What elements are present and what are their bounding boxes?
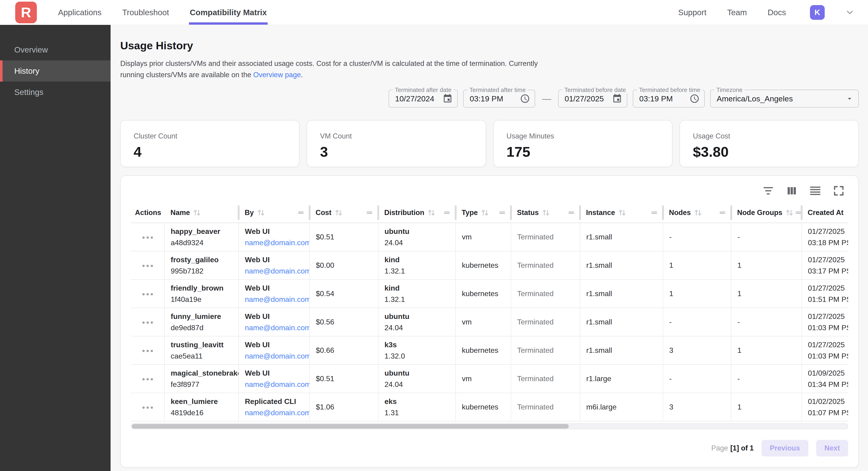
column-header-name[interactable]: Name bbox=[164, 203, 239, 223]
nav-item-compatibility-matrix[interactable]: Compatibility Matrix bbox=[189, 0, 268, 25]
app-logo[interactable]: R bbox=[15, 2, 37, 23]
calendar-icon[interactable] bbox=[442, 93, 453, 104]
columns-icon[interactable] bbox=[785, 184, 798, 197]
filter-icon[interactable] bbox=[762, 184, 774, 197]
column-drag-handle-icon[interactable] bbox=[498, 209, 506, 217]
column-drag-handle-icon[interactable] bbox=[297, 209, 305, 217]
user-email-link[interactable]: name@domain.com bbox=[245, 324, 310, 332]
distribution-line-1: eks bbox=[384, 397, 453, 406]
clock-icon[interactable] bbox=[520, 93, 530, 104]
cell-by: Web UIname@domain.com bbox=[239, 308, 310, 336]
density-icon[interactable] bbox=[809, 184, 822, 197]
calendar-icon[interactable] bbox=[612, 93, 622, 104]
stat-label: Usage Minutes bbox=[506, 132, 659, 140]
created-by-source: Replicated CLI bbox=[245, 397, 307, 406]
scrollbar-thumb[interactable] bbox=[132, 424, 569, 429]
nav-item-troubleshoot[interactable]: Troubleshoot bbox=[121, 0, 170, 25]
created_at-line-1: 01/27/2025 bbox=[808, 227, 848, 236]
cell-nodes: 3 bbox=[663, 393, 731, 421]
column-header-nodes[interactable]: Nodes bbox=[663, 203, 731, 223]
column-drag-handle-icon[interactable] bbox=[365, 209, 374, 217]
column-header-by[interactable]: By bbox=[239, 203, 310, 223]
cell-distribution: kind1.32.1 bbox=[378, 251, 456, 279]
dropdown-arrow-icon[interactable] bbox=[845, 94, 854, 103]
row-actions-button[interactable] bbox=[139, 233, 156, 242]
sidebar-item-history[interactable]: History bbox=[0, 60, 111, 82]
cell-node_groups: 1 bbox=[731, 336, 802, 364]
row-actions-button[interactable] bbox=[139, 347, 156, 355]
sidebar-item-settings[interactable]: Settings bbox=[0, 82, 111, 103]
column-header-node_groups[interactable]: Node Groups bbox=[731, 203, 802, 223]
column-resize-handle[interactable] bbox=[579, 205, 581, 220]
terminated-after-date-input[interactable]: Terminated after date 10/27/2024 bbox=[389, 90, 458, 108]
column-drag-handle-icon[interactable] bbox=[718, 209, 726, 217]
column-resize-handle[interactable] bbox=[377, 205, 379, 220]
cell-nodes: - bbox=[663, 223, 731, 251]
column-resize-handle[interactable] bbox=[238, 205, 240, 220]
column-label: Created At bbox=[808, 209, 844, 217]
nav-item-applications[interactable]: Applications bbox=[57, 0, 102, 25]
terminated-before-time-input[interactable]: Terminated before time 03:19 PM bbox=[633, 90, 705, 108]
cell-cost: $0.56 bbox=[310, 308, 378, 336]
column-header-type[interactable]: Type bbox=[456, 203, 511, 223]
cell-distribution: kind1.32.1 bbox=[378, 279, 456, 308]
row-actions-button[interactable] bbox=[139, 403, 156, 412]
row-actions-button[interactable] bbox=[139, 318, 156, 327]
clock-icon[interactable] bbox=[689, 93, 700, 104]
column-header-cost[interactable]: Cost bbox=[310, 203, 378, 223]
column-resize-handle[interactable] bbox=[662, 205, 664, 220]
column-label: Actions bbox=[135, 209, 161, 217]
chevron-down-icon[interactable] bbox=[845, 8, 855, 17]
cell-created_at: 01/02/202501:07 PM PST bbox=[802, 393, 848, 421]
stat-card-usage-cost: Usage Cost $3.80 bbox=[680, 120, 859, 167]
cell-actions bbox=[131, 364, 164, 393]
terminated-after-time-input[interactable]: Terminated after time 03:19 PM bbox=[463, 90, 535, 108]
column-header-instance[interactable]: Instance bbox=[580, 203, 663, 223]
column-header-distribution[interactable]: Distribution bbox=[378, 203, 456, 223]
column-resize-handle[interactable] bbox=[309, 205, 311, 220]
cell-by: Web UIname@domain.com bbox=[239, 251, 310, 279]
row-actions-button[interactable] bbox=[139, 375, 156, 384]
previous-page-button[interactable]: Previous bbox=[762, 440, 808, 457]
column-drag-handle-icon[interactable] bbox=[650, 209, 658, 217]
column-resize-handle[interactable] bbox=[801, 205, 803, 220]
cell-name: magical_stonebrakerfe3f8977 bbox=[164, 364, 239, 393]
stat-value: 4 bbox=[134, 144, 286, 160]
column-drag-handle-icon[interactable] bbox=[443, 209, 451, 217]
user-email-link[interactable]: name@domain.com bbox=[245, 238, 310, 247]
created_at-line-1: 01/27/2025 bbox=[808, 312, 848, 321]
column-header-status[interactable]: Status bbox=[511, 203, 580, 223]
table-row: happy_beavera48d9324Web UIname@domain.co… bbox=[131, 223, 848, 251]
user-email-link[interactable]: name@domain.com bbox=[245, 409, 310, 417]
row-actions-button[interactable] bbox=[139, 290, 156, 299]
nav-item-support[interactable]: Support bbox=[677, 8, 707, 17]
user-email-link[interactable]: name@domain.com bbox=[245, 295, 310, 303]
created_at-line-1: 01/27/2025 bbox=[808, 341, 848, 349]
user-email-link[interactable]: name@domain.com bbox=[245, 380, 310, 388]
column-label: Cost bbox=[316, 209, 332, 217]
avatar-initial: K bbox=[814, 8, 820, 17]
cell-created_at: 01/27/202501:03 PM PST bbox=[802, 308, 848, 336]
overview-page-link[interactable]: Overview page bbox=[253, 71, 301, 79]
user-email-link[interactable]: name@domain.com bbox=[245, 352, 310, 360]
column-resize-handle[interactable] bbox=[455, 205, 457, 220]
user-email-link[interactable]: name@domain.com bbox=[245, 267, 310, 275]
column-resize-handle[interactable] bbox=[730, 205, 732, 220]
column-drag-handle-icon[interactable] bbox=[567, 209, 576, 217]
horizontal-scrollbar[interactable] bbox=[131, 423, 848, 429]
nav-item-team[interactable]: Team bbox=[726, 8, 748, 17]
table-row: magical_stonebrakerfe3f8977Web UIname@do… bbox=[131, 364, 848, 393]
nav-item-docs[interactable]: Docs bbox=[767, 8, 787, 17]
field-label: Terminated before time bbox=[637, 86, 702, 93]
terminated-before-date-input[interactable]: Terminated before date 01/27/2025 bbox=[558, 90, 627, 108]
row-actions-button[interactable] bbox=[139, 262, 156, 270]
timezone-select[interactable]: Timezone America/Los_Angeles bbox=[710, 90, 859, 108]
fullscreen-icon[interactable] bbox=[833, 184, 845, 197]
avatar[interactable]: K bbox=[810, 5, 825, 20]
column-header-created_at[interactable]: Created At bbox=[802, 203, 848, 223]
column-resize-handle[interactable] bbox=[510, 205, 512, 220]
sidebar-item-overview[interactable]: Overview bbox=[0, 39, 111, 60]
next-page-button[interactable]: Next bbox=[816, 440, 848, 457]
table-row: funny_lumierede9ed87dWeb UIname@domain.c… bbox=[131, 308, 848, 336]
cell-status: Terminated bbox=[511, 336, 580, 364]
